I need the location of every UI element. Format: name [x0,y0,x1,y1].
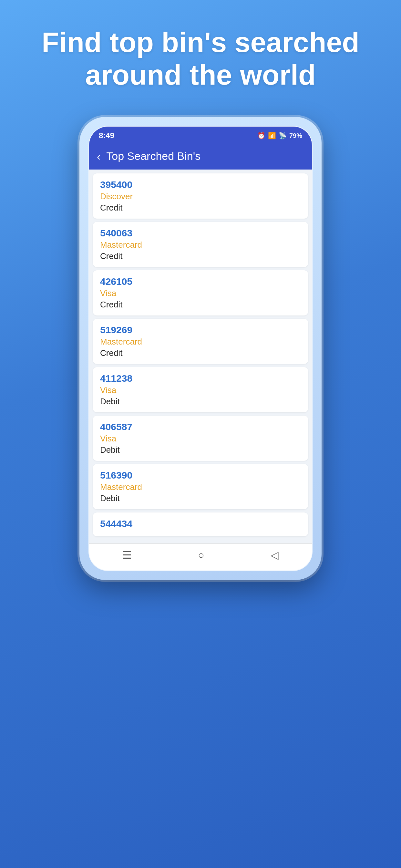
bin-card-2[interactable]: 426105VisaCredit [93,270,308,315]
home-icon[interactable]: ○ [198,549,204,561]
bin-network-6: Mastercard [100,482,301,492]
bottom-navigation: ☰ ○ ◁ [89,544,312,570]
bin-number-2: 426105 [100,276,301,287]
alarm-icon: ⏰ [257,132,266,140]
bin-card-5[interactable]: 406587VisaDebit [93,415,308,461]
bin-type-4: Debit [100,397,301,407]
phone-screen: 8:49 ⏰ 📶 📡 79% ‹ Top Searched Bin's 3954… [89,126,312,571]
bin-network-3: Mastercard [100,337,301,347]
bin-type-5: Debit [100,445,301,455]
bin-card-4[interactable]: 411238VisaDebit [93,367,308,412]
bin-card-3[interactable]: 519269MastercardCredit [93,319,308,364]
back-button[interactable]: ‹ [97,151,100,162]
bin-type-2: Credit [100,300,301,310]
bin-type-1: Credit [100,251,301,261]
wifi-icon: 📶 [268,132,276,140]
bin-card-1[interactable]: 540063MastercardCredit [93,222,308,267]
status-icons: ⏰ 📶 📡 79% [257,132,302,140]
bin-network-5: Visa [100,434,301,444]
bin-number-1: 540063 [100,228,301,239]
bin-card-7[interactable]: 544434 [93,513,308,536]
hero-title: Find top bin's searched around the world [0,26,401,91]
bin-number-7: 544434 [100,518,301,529]
bin-type-6: Debit [100,493,301,503]
bin-network-4: Visa [100,385,301,395]
bin-number-4: 411238 [100,373,301,384]
bin-number-3: 519269 [100,324,301,336]
back-nav-icon[interactable]: ◁ [271,549,279,561]
bin-number-0: 395400 [100,179,301,190]
app-bar-title: Top Searched Bin's [106,150,201,162]
bin-list: 395400DiscoverCredit540063MastercardCred… [89,169,312,544]
battery-label: 79% [289,132,302,140]
status-bar: 8:49 ⏰ 📶 📡 79% [89,127,312,144]
bin-card-0[interactable]: 395400DiscoverCredit [93,174,308,219]
status-time: 8:49 [99,131,114,140]
menu-icon[interactable]: ☰ [122,549,132,561]
bin-number-6: 516390 [100,470,301,481]
signal-icon: 📡 [279,132,287,140]
phone-frame: 8:49 ⏰ 📶 📡 79% ‹ Top Searched Bin's 3954… [80,117,321,580]
bin-card-6[interactable]: 516390MastercardDebit [93,464,308,509]
bin-network-1: Mastercard [100,240,301,250]
bin-network-0: Discover [100,191,301,202]
bin-type-0: Credit [100,203,301,213]
bin-number-5: 406587 [100,422,301,432]
bin-type-3: Credit [100,348,301,358]
bin-network-2: Visa [100,288,301,299]
app-bar: ‹ Top Searched Bin's [89,144,312,169]
